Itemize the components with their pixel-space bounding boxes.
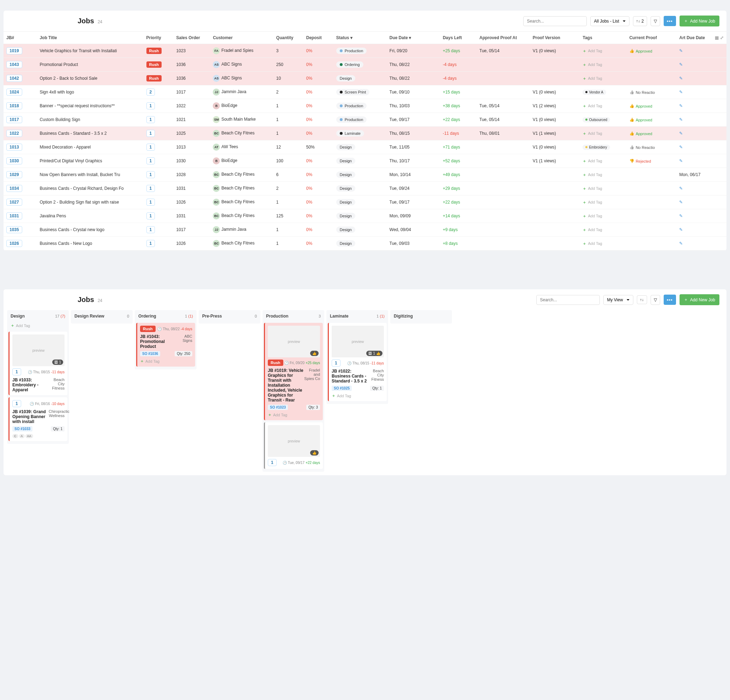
add-tag-button[interactable]: ＋Add Tag (268, 412, 320, 417)
edit-icon[interactable]: ✎ (679, 62, 683, 67)
sales-order[interactable]: 1030 (177, 158, 186, 163)
job-number-link[interactable]: 1030 (6, 157, 22, 164)
column-header[interactable]: Sales Order (174, 32, 210, 44)
edit-icon[interactable]: ✎ (679, 200, 683, 205)
customer-name[interactable]: South Main Marke (221, 117, 256, 122)
status-pill[interactable]: Design (336, 213, 355, 219)
job-card[interactable]: preview👍1🕑Tue, 09/17 +22 days (264, 422, 323, 469)
customer-name[interactable]: Jammin Java (221, 89, 246, 94)
job-number-link[interactable]: 1022 (6, 130, 22, 137)
sales-order[interactable]: 1022 (177, 103, 186, 108)
table-row[interactable]: 1035Business Cards - Crystal new logo110… (3, 223, 727, 237)
job-number-link[interactable]: 1042 (6, 75, 22, 82)
sales-order-link[interactable]: SO #1036 (140, 351, 160, 357)
expand-icon[interactable]: ⤢ (720, 35, 724, 40)
customer-name[interactable]: BioEdge (221, 158, 237, 163)
sales-order[interactable]: 1036 (177, 62, 186, 67)
tag-pill[interactable]: Outsourced (583, 117, 610, 123)
sort-button[interactable]: ↑↓2 (633, 16, 647, 26)
add-tag-button[interactable]: ＋Add Tag (583, 131, 602, 136)
sales-order-link[interactable]: SO #1025 (331, 386, 352, 391)
table-row[interactable]: 1017Custom Building Sign11021SMSouth Mai… (3, 113, 727, 127)
column-header[interactable]: Job Title (37, 32, 143, 44)
tag-chip[interactable]: AA (25, 434, 33, 438)
table-row[interactable]: 1022Business Cards - Standard - 3.5 x 21… (3, 127, 727, 140)
job-number-link[interactable]: 1029 (6, 171, 22, 178)
add-tag-button[interactable]: ＋Add Tag (583, 200, 602, 205)
sales-order[interactable]: 1013 (177, 145, 186, 150)
sales-order[interactable]: 1031 (177, 213, 186, 218)
customer-name[interactable]: Beach City Fitnes (221, 199, 254, 204)
sales-order[interactable]: 1023 (177, 48, 186, 53)
edit-icon[interactable]: ✎ (679, 103, 683, 108)
table-row[interactable]: 1018Banner - **special request instructi… (3, 99, 727, 113)
job-number-link[interactable]: 1043 (6, 61, 22, 68)
table-row[interactable]: 1019Vehicle Graphics for Transit with In… (3, 44, 727, 58)
table-row[interactable]: 1042Option 2 - Back to School SaleRush10… (3, 72, 727, 85)
sales-order[interactable]: 1028 (177, 172, 186, 177)
sales-order-link[interactable]: SO #1023 (268, 405, 288, 410)
add-tag-button[interactable]: ＋Add Tag (9, 323, 67, 330)
sales-order[interactable]: 1025 (177, 131, 186, 136)
job-number-link[interactable]: 1027 (6, 199, 22, 206)
column-header[interactable]: Deposit (304, 32, 333, 44)
edit-icon[interactable]: ✎ (679, 76, 683, 81)
status-pill[interactable]: Production (336, 117, 367, 123)
column-header[interactable]: Days Left (440, 32, 477, 44)
edit-icon[interactable]: ✎ (679, 213, 683, 218)
edit-icon[interactable]: ✎ (679, 158, 683, 163)
edit-icon[interactable]: ✎ (679, 131, 683, 136)
sales-order[interactable]: 1021 (177, 117, 186, 122)
edit-icon[interactable]: ✎ (679, 117, 683, 122)
add-tag-button[interactable]: ＋Add Tag (583, 172, 602, 177)
sales-order[interactable]: 1017 (177, 90, 186, 95)
add-tag-button[interactable]: ＋Add Tag (140, 358, 192, 364)
job-number-link[interactable]: 1034 (6, 185, 22, 192)
add-tag-button[interactable]: ＋Add Tag (583, 213, 602, 219)
status-pill[interactable]: Production (336, 103, 367, 109)
column-header[interactable]: Quantity (273, 32, 304, 44)
filter-button[interactable]: ▽ (651, 295, 660, 305)
add-new-job-button[interactable]: ＋Add New Job (680, 16, 720, 26)
job-number-link[interactable]: 1024 (6, 89, 22, 96)
customer-name[interactable]: Fradel and Spies (221, 48, 253, 53)
sales-order[interactable]: 1031 (177, 186, 186, 191)
table-row[interactable]: 1034Business Cards - Crystal Richard, De… (3, 182, 727, 196)
column-header[interactable]: Approved Proof At (477, 32, 530, 44)
more-menu-button[interactable]: ••• (664, 16, 676, 26)
column-header[interactable]: Due Date ▾ (387, 32, 440, 44)
job-card[interactable]: Rush🕑Thu, 08/22 -4 daysJB #1043: Promoti… (136, 323, 195, 367)
add-tag-button[interactable]: ＋Add Tag (583, 186, 602, 191)
add-tag-button[interactable]: ＋Add Tag (331, 393, 384, 398)
add-tag-button[interactable]: ＋Add Tag (583, 76, 602, 81)
status-pill[interactable]: Design (336, 199, 355, 205)
sales-order[interactable]: 1036 (177, 76, 186, 81)
job-number-link[interactable]: 1013 (6, 143, 22, 151)
column-header[interactable]: Status ▾ (333, 32, 387, 44)
status-pill[interactable]: Design (336, 185, 355, 191)
job-card[interactable]: preview🖼1 1🕑Thu, 08/15 -11 daysJB #1033:… (9, 332, 67, 395)
view-dropdown[interactable]: All Jobs - List (590, 16, 629, 26)
table-row[interactable]: 1027Option 2 - Building Sign flat sign w… (3, 196, 727, 209)
table-row[interactable]: 1024Sign 4x8 with logo21017JJJammin Java… (3, 85, 727, 99)
job-number-link[interactable]: 1017 (6, 116, 22, 123)
edit-icon[interactable]: ✎ (679, 186, 683, 191)
customer-name[interactable]: BioEdge (221, 103, 237, 108)
column-header[interactable]: Customer (210, 32, 273, 44)
column-header[interactable]: Current Proof (626, 32, 677, 44)
status-pill[interactable]: Laminate (336, 130, 364, 137)
edit-icon[interactable]: ✎ (679, 241, 683, 246)
add-tag-button[interactable]: ＋Add Tag (583, 48, 602, 54)
tag-pill[interactable]: Vendor A (583, 90, 606, 95)
table-row[interactable]: 1029Now Open Banners with Install, Bucke… (3, 168, 727, 182)
column-header[interactable]: Tags (580, 32, 626, 44)
table-row[interactable]: 1043Promotional ProductRush1036ASABC Sig… (3, 58, 727, 72)
status-pill[interactable]: Screen Print (336, 89, 370, 95)
search-input[interactable] (523, 16, 587, 26)
job-number-link[interactable]: 1026 (6, 240, 22, 247)
sales-order-link[interactable]: SO #1033 (12, 426, 32, 431)
column-header[interactable]: JB# (3, 32, 37, 44)
columns-icon[interactable]: ▦ (715, 35, 719, 40)
customer-name[interactable]: Beach City Fitnes (221, 186, 254, 190)
customer-name[interactable]: Jammin Java (221, 227, 246, 232)
